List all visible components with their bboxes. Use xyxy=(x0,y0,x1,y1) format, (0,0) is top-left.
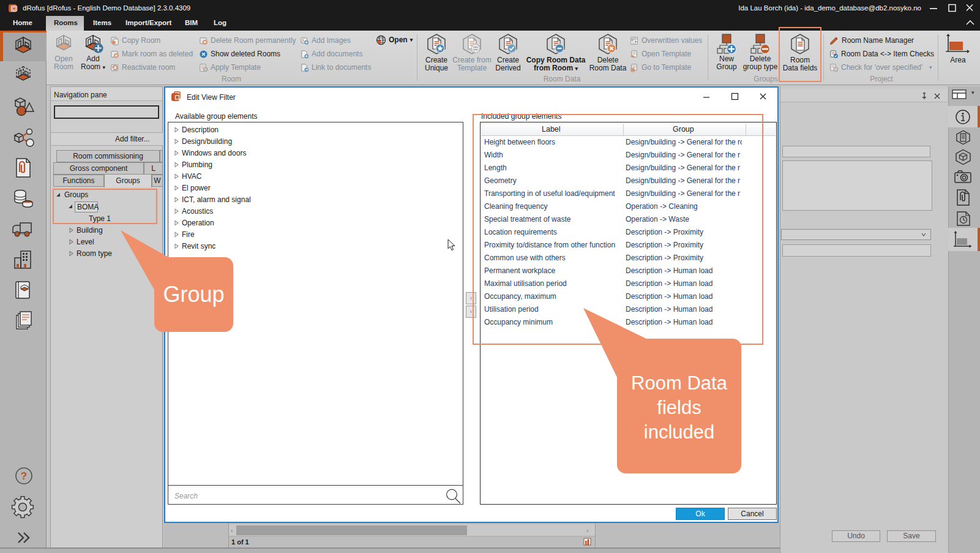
svg-text:?: ? xyxy=(21,470,27,482)
